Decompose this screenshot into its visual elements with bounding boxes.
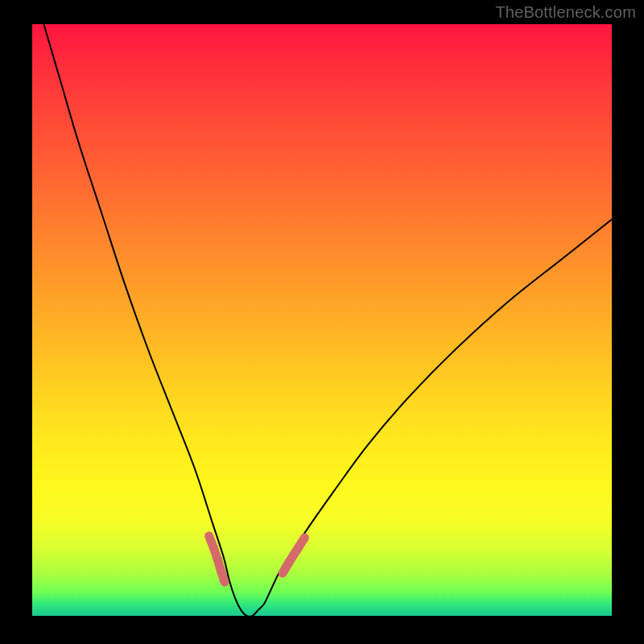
valley-markers-left bbox=[209, 536, 225, 582]
watermark-text: TheBottleneck.com bbox=[495, 3, 636, 22]
chart-overlay bbox=[32, 24, 612, 616]
valley-marker-segment bbox=[297, 538, 304, 550]
valley-markers-right bbox=[283, 538, 304, 573]
valley-marker-segment bbox=[221, 572, 225, 582]
bottleneck-curve bbox=[43, 24, 612, 616]
chart-stage: TheBottleneck.com bbox=[0, 0, 644, 644]
